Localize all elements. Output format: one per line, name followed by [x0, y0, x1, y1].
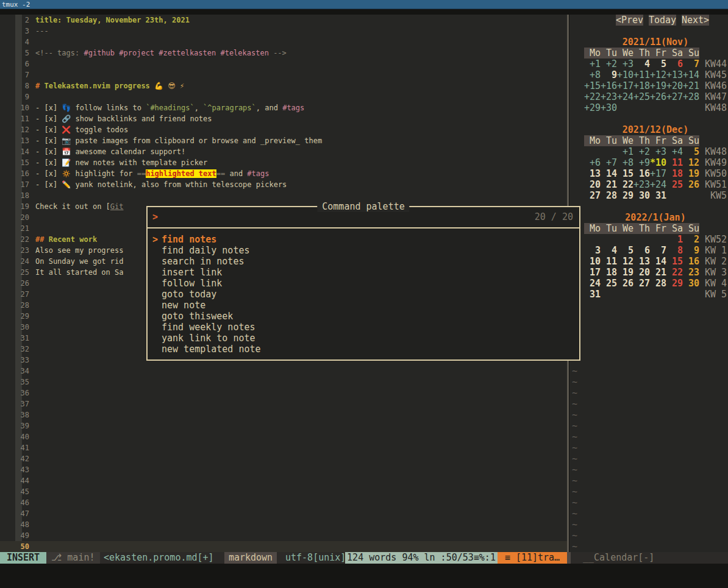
- calendar-day[interactable]: 10: [584, 256, 601, 267]
- palette-item[interactable]: insert link: [148, 267, 579, 278]
- calendar-day[interactable]: +29: [584, 102, 601, 113]
- calendar-day[interactable]: 7: [650, 245, 666, 256]
- calendar-day[interactable]: +24: [617, 91, 633, 102]
- calendar-day[interactable]: 31: [584, 289, 601, 300]
- palette-item[interactable]: goto thisweek: [148, 311, 579, 322]
- calendar-day[interactable]: +2: [601, 58, 617, 69]
- calendar-day[interactable]: 26: [683, 179, 699, 190]
- calendar-day[interactable]: 24: [584, 278, 601, 289]
- calendar-day[interactable]: +14: [683, 69, 699, 80]
- tabs-segment[interactable]: ≡ [11]tra…: [498, 552, 567, 564]
- calendar-day[interactable]: 30: [633, 190, 650, 201]
- calendar-day[interactable]: 5: [683, 146, 699, 157]
- palette-item[interactable]: search in notes: [148, 256, 579, 267]
- calendar-day[interactable]: 29: [666, 278, 683, 289]
- calendar-day[interactable]: +23: [601, 91, 617, 102]
- calendar-day[interactable]: 6: [666, 58, 683, 69]
- calendar-day[interactable]: 16: [633, 168, 650, 179]
- palette-item[interactable]: goto today: [148, 289, 579, 300]
- calendar-day[interactable]: 4: [633, 58, 650, 69]
- calendar-day[interactable]: +10: [617, 69, 633, 80]
- calendar-day[interactable]: 9: [683, 245, 699, 256]
- palette-item[interactable]: new note: [148, 300, 579, 311]
- palette-prompt[interactable]: > 20 / 20: [148, 207, 579, 227]
- palette-item[interactable]: follow link: [148, 278, 579, 289]
- calendar-day[interactable]: +24: [650, 179, 666, 190]
- calendar-day[interactable]: 25: [666, 179, 683, 190]
- calendar-day[interactable]: 29: [617, 190, 633, 201]
- calendar-day[interactable]: 20: [633, 267, 650, 278]
- calendar-next-button[interactable]: Next>: [682, 15, 709, 26]
- calendar-day[interactable]: 14: [650, 256, 666, 267]
- calendar-day[interactable]: 16: [683, 256, 699, 267]
- calendar-day[interactable]: +18: [633, 80, 650, 91]
- calendar-day[interactable]: 22: [666, 267, 683, 278]
- calendar-day[interactable]: +1: [617, 146, 633, 157]
- calendar-day[interactable]: 27: [584, 190, 601, 201]
- calendar-day[interactable]: 30: [683, 278, 699, 289]
- calendar-day[interactable]: +30: [601, 102, 617, 113]
- calendar-day[interactable]: +9: [633, 157, 650, 168]
- calendar-day[interactable]: +4: [666, 146, 683, 157]
- calendar-day[interactable]: 28: [650, 278, 666, 289]
- calendar-day[interactable]: +16: [601, 80, 617, 91]
- calendar-day[interactable]: +13: [666, 69, 683, 80]
- calendar-day[interactable]: +17: [650, 168, 666, 179]
- calendar-day[interactable]: 20: [584, 179, 601, 190]
- calendar-today-button[interactable]: Today: [649, 15, 676, 26]
- calendar-day[interactable]: 5: [617, 245, 633, 256]
- calendar-day[interactable]: +26: [650, 91, 666, 102]
- calendar-day[interactable]: 23: [683, 267, 699, 278]
- calendar-day[interactable]: 26: [617, 278, 633, 289]
- calendar-sidebar[interactable]: <Prev Today Next> 2021/11(Nov)MoTuWeThFr…: [569, 15, 728, 552]
- calendar-day[interactable]: +7: [601, 157, 617, 168]
- calendar-day[interactable]: 9: [601, 69, 617, 80]
- palette-item[interactable]: find daily notes: [148, 245, 579, 256]
- calendar-day[interactable]: 14: [601, 168, 617, 179]
- calendar-day[interactable]: 8: [666, 245, 683, 256]
- calendar-day[interactable]: 13: [633, 256, 650, 267]
- calendar-day[interactable]: +15: [584, 80, 601, 91]
- calendar-day[interactable]: 11: [601, 256, 617, 267]
- calendar-day[interactable]: 25: [601, 278, 617, 289]
- palette-item[interactable]: yank link to note: [148, 333, 579, 344]
- calendar-day[interactable]: +27: [666, 91, 683, 102]
- calendar-day[interactable]: 5: [650, 58, 666, 69]
- calendar-day[interactable]: +2: [633, 146, 650, 157]
- calendar-day[interactable]: 1: [666, 234, 683, 245]
- calendar-day[interactable]: 19: [617, 267, 633, 278]
- calendar-day[interactable]: 31: [650, 190, 666, 201]
- calendar-day[interactable]: +19: [650, 80, 666, 91]
- calendar-day[interactable]: +3: [617, 58, 633, 69]
- calendar-day[interactable]: 12: [683, 157, 699, 168]
- calendar-day[interactable]: +23: [633, 179, 650, 190]
- calendar-day[interactable]: 6: [633, 245, 650, 256]
- calendar-day[interactable]: 11: [666, 157, 683, 168]
- calendar-day[interactable]: +17: [617, 80, 633, 91]
- calendar-day[interactable]: 21: [601, 179, 617, 190]
- calendar-day[interactable]: +8: [617, 157, 633, 168]
- calendar-day[interactable]: 18: [601, 267, 617, 278]
- calendar-day[interactable]: +12: [650, 69, 666, 80]
- calendar-day[interactable]: +1: [584, 58, 601, 69]
- calendar-day[interactable]: +11: [633, 69, 650, 80]
- calendar-day[interactable]: 19: [683, 168, 699, 179]
- calendar-day[interactable]: +21: [683, 80, 699, 91]
- calendar-day[interactable]: +20: [666, 80, 683, 91]
- palette-item[interactable]: >find notes: [148, 234, 579, 245]
- calendar-day[interactable]: 28: [601, 190, 617, 201]
- calendar-day[interactable]: +8: [584, 69, 601, 80]
- calendar-day[interactable]: 17: [584, 267, 601, 278]
- calendar-day[interactable]: *10: [650, 157, 666, 168]
- calendar-day[interactable]: +3: [650, 146, 666, 157]
- calendar-day[interactable]: 15: [617, 168, 633, 179]
- calendar-day[interactable]: 7: [683, 58, 699, 69]
- calendar-day[interactable]: +22: [584, 91, 601, 102]
- palette-item[interactable]: new templated note: [148, 344, 579, 355]
- calendar-day[interactable]: 18: [666, 168, 683, 179]
- calendar-day[interactable]: 13: [584, 168, 601, 179]
- calendar-day[interactable]: 27: [633, 278, 650, 289]
- calendar-day[interactable]: 4: [601, 245, 617, 256]
- calendar-day[interactable]: 15: [666, 256, 683, 267]
- calendar-day[interactable]: 3: [584, 245, 601, 256]
